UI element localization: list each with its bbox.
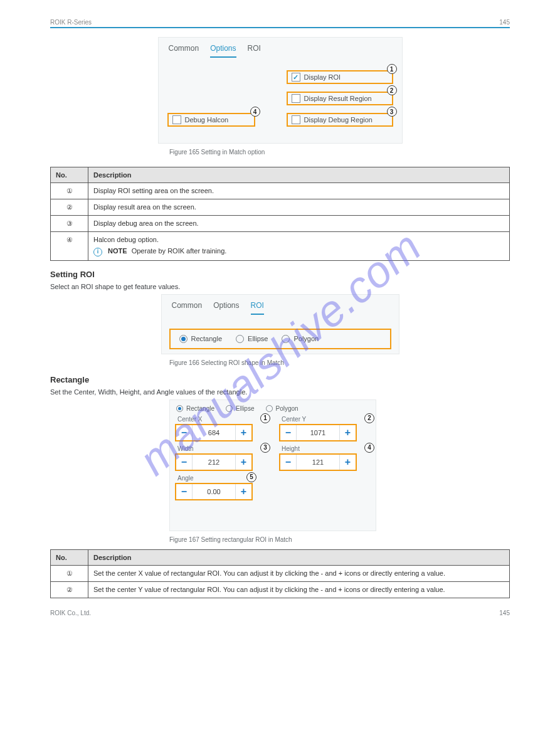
callout-4: 4 [250,107,260,117]
center-y-plus[interactable]: + [339,425,356,440]
table1-r2-n: ② [51,199,88,216]
label-center-x: Center X [175,416,267,424]
callout-1: 1 [387,64,397,74]
tab-options-2[interactable]: Options [213,301,239,315]
display-result-label: Display Result Region [304,95,372,102]
radio-rectangle-small[interactable] [176,405,183,412]
callout-2: 2 [387,85,397,95]
center-y-value[interactable]: 1071 [297,425,339,440]
radio-polygon-small[interactable] [266,405,273,412]
display-roi-row: ✓ Display ROI [287,70,393,84]
rectangle-title: Rectangle [50,375,510,384]
footer-left: ROIK Co., Ltd. [50,610,91,616]
note-label: NOTE [108,247,127,255]
display-roi-label: Display ROI [304,73,341,81]
setting-roi-intro: Select an ROI shape to get feature value… [50,283,510,290]
display-roi-checkbox[interactable]: ✓ [292,73,300,82]
center-x-stepper[interactable]: − 684 + [175,424,253,441]
figure-165-caption: Figure 165 Setting in Match option [50,149,510,156]
display-result-row: Display Result Region [287,92,393,105]
options-description-table: No. Description ① Display ROI setting ar… [50,167,510,261]
label-height: Height [279,445,371,453]
note-text: Operate by ROIK after training. [132,247,227,255]
tab-options[interactable]: Options [210,44,236,58]
width-plus[interactable]: + [235,455,251,470]
rectangle-description-table: No. Description ① Set the center X value… [50,549,510,598]
table2-r2-d: Set the center Y value of rectangular RO… [88,581,510,598]
rectangle-intro: Set the Center, Width, Height, and Angle… [50,388,510,396]
angle-plus[interactable]: + [235,484,251,499]
table2-r1-n: ① [51,565,88,581]
table1-r1-d: Display ROI setting area on the screen. [88,183,510,199]
label-width: Width [175,445,267,453]
setting-roi-title: Setting ROI [50,270,510,279]
display-debug-checkbox[interactable] [292,115,300,124]
tab-common-2[interactable]: Common [172,301,203,315]
figure-166-caption: Figure 166 Selecting ROI shape in Match [50,359,510,366]
callout-angle: 5 [246,472,256,482]
header-left: ROIK R-Series [50,19,92,26]
width-minus[interactable]: − [176,455,193,470]
callout-cy: 2 [364,413,374,423]
radio-ellipse-small[interactable] [226,405,233,412]
display-result-checkbox[interactable] [292,94,300,103]
angle-value[interactable]: 0.00 [193,484,235,499]
label-angle: Angle [175,475,253,483]
label-polygon-small: Polygon [276,405,298,412]
table2-header-desc: Description [88,549,510,565]
table1-r4-d: Halcon debug option. i NOTE Operate by R… [88,232,510,261]
options-panel: Common Options ROI ✓ Display ROI 1 Displ… [158,37,403,144]
radio-polygon[interactable] [282,335,290,343]
table1-r2-d: Display result area on the screen. [88,199,510,216]
height-value[interactable]: 121 [297,455,339,470]
table1-r4-text: Halcon debug option. [93,236,504,243]
height-plus[interactable]: + [339,455,356,470]
label-ellipse: Ellipse [248,335,268,342]
angle-minus[interactable]: − [176,484,193,499]
tab-common[interactable]: Common [169,44,199,58]
width-stepper[interactable]: − 212 + [175,453,253,471]
label-center-y: Center Y [279,416,371,424]
header-rule [50,27,510,28]
center-x-minus[interactable]: − [176,425,193,440]
label-rectangle: Rectangle [191,335,223,342]
shape-radio-row: Rectangle Ellipse Polygon [169,329,391,349]
callout-3: 3 [387,107,397,117]
radio-rectangle[interactable] [179,335,188,343]
display-debug-label: Display Debug Region [304,116,372,124]
label-ellipse-small: Ellipse [236,405,254,412]
table1-r3-n: ③ [51,216,88,232]
label-polygon: Polygon [293,335,319,342]
tab-roi-2[interactable]: ROI [251,301,264,315]
height-minus[interactable]: − [280,455,297,470]
table1-header-no: No. [51,167,88,183]
callout-cx: 1 [260,413,270,423]
tabs-row-2: Common Options ROI [162,295,399,315]
table2-r1-d: Set the center X value of rectangular RO… [88,565,510,581]
callout-h: 4 [364,443,374,453]
display-debug-row: Display Debug Region [287,113,393,127]
center-x-plus[interactable]: + [235,425,251,440]
debug-halcon-label: Debug Halcon [185,116,229,124]
roi-shape-panel: Common Options ROI Rectangle Ellipse Pol… [161,294,399,354]
table2-r2-n: ② [51,581,88,598]
info-icon: i [93,248,102,256]
rectangle-settings-panel: Rectangle Ellipse Polygon Center X − 684… [169,399,376,531]
height-stepper[interactable]: − 121 + [279,453,357,471]
table1-r1-n: ① [51,183,88,199]
tab-roi[interactable]: ROI [248,44,261,58]
center-x-value[interactable]: 684 [193,425,235,440]
angle-stepper[interactable]: − 0.00 + [175,483,253,500]
callout-w: 3 [260,443,270,453]
debug-halcon-checkbox[interactable] [172,115,181,124]
center-y-minus[interactable]: − [280,425,297,440]
center-y-stepper[interactable]: − 1071 + [279,424,357,441]
table1-r3-d: Display debug area on the screen. [88,216,510,232]
table1-r4-n: ④ [51,232,88,261]
width-value[interactable]: 212 [193,455,235,470]
header-right: 145 [499,19,510,26]
figure-167-caption: Figure 167 Setting rectangular ROI in Ma… [50,536,510,543]
radio-ellipse[interactable] [236,335,244,343]
table2-header-no: No. [51,549,88,565]
debug-halcon-row: Debug Halcon [167,113,255,127]
